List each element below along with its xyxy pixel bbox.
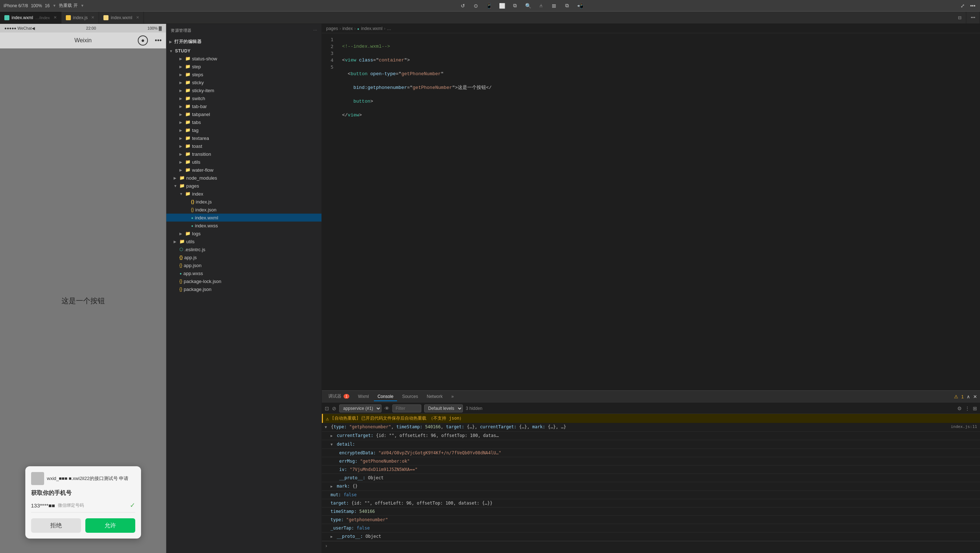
code-content[interactable]: <!--index.wxml--> <view class="container… (336, 33, 980, 390)
console-filter-input[interactable] (392, 404, 421, 412)
tab-label: index.wxml (111, 15, 132, 20)
execute-context-icon[interactable]: ⊡ (325, 405, 329, 411)
window-icon[interactable]: ⬜ (498, 2, 506, 10)
console-input[interactable] (331, 543, 977, 548)
prop-key: __proto__: (339, 475, 365, 480)
log-prop-usertap: _userTap: false (322, 524, 980, 532)
file-app-wxss[interactable]: ⬥ app.wxss (166, 269, 321, 277)
prop-val: {id: "", offsetLeft: 96, offsetTop: 100,… (376, 433, 499, 438)
folder-utils[interactable]: ▶ 📁 utils (166, 158, 321, 166)
folder-name: switch (192, 96, 205, 101)
log-prop-target: target: {id: "", offsetLeft: 96, offsetT… (322, 499, 980, 507)
record-icon[interactable]: ⊙ (472, 2, 479, 10)
tab-index-js[interactable]: index.js ✕ (62, 11, 99, 24)
modal-user-info: wxid_■■■ ■.xwi2il22的接口测试号 申请 (47, 475, 129, 482)
folder-steps[interactable]: ▶ 📁 steps (166, 70, 321, 78)
folder-sticky-item[interactable]: ▶ 📁 sticky-item (166, 86, 321, 94)
chevron-up-icon[interactable]: ∧ (967, 394, 970, 399)
tab-more-icon[interactable]: ••• (966, 11, 980, 24)
explorer-title: 资源管理器 (171, 28, 192, 33)
device-icon[interactable]: 📲 (576, 2, 584, 10)
allow-button[interactable]: 允许 (85, 518, 135, 533)
copy-icon[interactable]: ⧉ (511, 2, 519, 10)
phone-panel: ●●●●● WeChat◀ 22:00 100% ▓ Weixin ● ••• … (0, 24, 166, 553)
expand-arrow[interactable]: ▼ (331, 442, 333, 447)
close-icon[interactable]: ✕ (136, 15, 139, 20)
tab-index-wxml2[interactable]: index.wxml ✕ (99, 11, 143, 24)
folder-transition[interactable]: ▶ 📁 transition (166, 150, 321, 158)
new-file-icon[interactable]: ⋯ (313, 28, 318, 33)
rotate-icon[interactable]: ↺ (459, 2, 466, 10)
warning-text: [自动热重载] 已开启代码文件保存后自动热重载 （不支持 json） (332, 415, 464, 421)
console-log-entry[interactable]: index.js:11 ▼ {type: "getphonenumber", t… (322, 423, 980, 432)
js-icon2: {} (179, 255, 183, 260)
close-icon[interactable]: ✕ (54, 15, 57, 20)
file-index-wxss[interactable]: ⬥ index.wxss (166, 222, 321, 229)
eye-icon[interactable]: 👁 (384, 405, 390, 411)
folder-sticky[interactable]: ▶ 📁 sticky (166, 78, 321, 86)
settings-icon[interactable]: ⚙ (957, 405, 962, 411)
file-index-js[interactable]: {} index.js (166, 198, 321, 206)
folder-tabpanel[interactable]: ▶ 📁 tabpanel (166, 110, 321, 118)
more-options-icon[interactable]: ••• (969, 2, 976, 10)
study-header[interactable]: ▼ STUDY (166, 47, 321, 54)
expand-icon[interactable]: ⊞ (973, 405, 977, 411)
record-button[interactable]: ● (138, 35, 148, 46)
grid-icon[interactable]: ⊞ (550, 2, 558, 10)
folder-tab-bar[interactable]: ▶ 📁 tab-bar (166, 102, 321, 110)
resize-icon[interactable]: ⤢ (959, 2, 966, 10)
log-levels-select[interactable]: Default levels (424, 404, 463, 412)
nav-title: Weixin (75, 37, 92, 44)
log-prop-mark: ▶ mark: {} (322, 482, 980, 491)
file-index-json[interactable]: {} index.json (166, 206, 321, 214)
folder-water-flow[interactable]: ▶ 📁 water-flow (166, 166, 321, 174)
tab-more[interactable]: » (448, 393, 457, 401)
code-line-2: <view class="container"> (342, 57, 974, 64)
folder-node-modules[interactable]: ▶ 📁 node_modules (166, 174, 321, 182)
tab-console[interactable]: Console (374, 393, 397, 401)
clear-console-icon[interactable]: ⊘ (332, 405, 336, 411)
js-context-select[interactable]: appservice (#1) (339, 404, 382, 412)
duplicate-icon[interactable]: ⧉ (563, 2, 571, 10)
tab-split-icon[interactable]: ⊟ (954, 11, 966, 24)
tab-debugger[interactable]: 调试器 1 (325, 392, 353, 402)
reject-button[interactable]: 拒绝 (31, 518, 81, 533)
file-eslintrc[interactable]: ⬡ .eslintrc.js (166, 245, 321, 253)
tab-index-wxml[interactable]: index.wxml …/index ✕ (0, 11, 62, 24)
more-options-icon[interactable]: ⋮ (965, 405, 970, 411)
expand-arrow[interactable]: ▶ (331, 535, 333, 539)
file-app-json[interactable]: {} app.json (166, 261, 321, 269)
folder-tag[interactable]: ▶ 📁 tag (166, 126, 321, 134)
folder-textarea[interactable]: ▶ 📁 textarea (166, 134, 321, 142)
folder-tabs[interactable]: ▶ 📁 tabs (166, 118, 321, 126)
tab-network[interactable]: Network (423, 393, 446, 401)
expand-arrow[interactable]: ▶ (331, 484, 333, 488)
folder-step[interactable]: ▶ 📁 step (166, 62, 321, 70)
folder-switch[interactable]: ▶ 📁 switch (166, 94, 321, 102)
folder-status-show[interactable]: ▶ 📁 status-show (166, 54, 321, 62)
expand-icon[interactable]: ▼ (325, 425, 327, 429)
search-icon[interactable]: 🔍 (524, 2, 531, 10)
tab-wxml[interactable]: Wxml (355, 393, 372, 401)
close-icon[interactable]: ✕ (91, 15, 94, 20)
code-editor[interactable]: 1 2 3 4 5 <!--index.wxml--> <view class=… (322, 33, 980, 390)
folder-logs[interactable]: ▶ 📁 logs (166, 229, 321, 237)
folder-index[interactable]: ▼ 📁 index (166, 190, 321, 198)
file-index-wxml[interactable]: ⬥ index.wxml (166, 214, 321, 222)
expand-arrow[interactable]: ▶ (331, 434, 333, 438)
hotreload-label[interactable]: 热重载 开 (59, 3, 77, 9)
nav-more-icon[interactable]: ••• (155, 37, 162, 44)
breadcrumb-part: index.wxml (361, 26, 382, 31)
folder-pages[interactable]: ▼ 📁 pages (166, 182, 321, 190)
devtools-toolbar: 调试器 1 Wxml Console Sources Network » (322, 391, 980, 403)
folder-utils2[interactable]: ▶ 📁 utils (166, 237, 321, 245)
phone-icon[interactable]: 📱 (485, 2, 493, 10)
file-package-json[interactable]: {} package.json (166, 285, 321, 293)
close-devtools-icon[interactable]: ✕ (973, 394, 977, 399)
branch-icon[interactable]: ⑃ (538, 2, 545, 10)
file-package-lock[interactable]: {} package-lock.json (166, 277, 321, 285)
tab-sources[interactable]: Sources (399, 393, 422, 401)
folder-toast[interactable]: ▶ 📁 toast (166, 142, 321, 150)
file-app-js[interactable]: {} app.js (166, 253, 321, 261)
open-editors-header[interactable]: ▶ 打开的编辑器 (166, 38, 321, 46)
